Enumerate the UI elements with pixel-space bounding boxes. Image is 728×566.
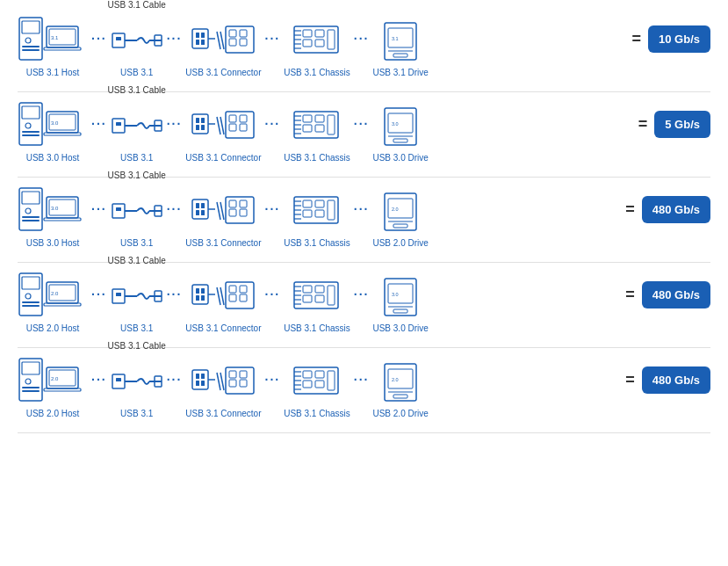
svg-rect-50	[44, 133, 81, 135]
row-2: 3.0 USB 3.0 Host ··· USB 3.1 Cable USB 3…	[18, 179, 710, 263]
chassis-icon-3	[292, 272, 341, 320]
svg-rect-152	[229, 286, 236, 293]
svg-rect-58	[196, 118, 199, 123]
dots-3-3: ···	[265, 287, 281, 317]
chassis-label-4: USB 3.1 Chassis	[284, 409, 350, 418]
speed-badge-3: 480 Gb/s	[642, 281, 710, 308]
svg-point-88	[25, 208, 31, 214]
svg-rect-86	[19, 188, 42, 230]
chassis-label-2: USB 3.1 Chassis	[284, 238, 350, 248]
chain-row-2: 3.0 USB 3.0 Host ··· USB 3.1 Cable USB 3…	[18, 179, 710, 251]
dots-4-4: ···	[354, 373, 370, 403]
component-chain-2: 3.0 USB 3.0 Host ··· USB 3.1 Cable USB 3…	[18, 186, 618, 248]
svg-text:3.0: 3.0	[51, 120, 59, 126]
usb-icon-2	[111, 186, 163, 235]
component-chain-1: 3.0 USB 3.0 Host ··· USB 3.1 Cable USB 3…	[18, 101, 631, 163]
usb-icon-1	[111, 101, 163, 149]
usb-component-0: USB 3.1 Cable USB 3.1	[111, 16, 163, 77]
svg-rect-68	[240, 115, 247, 122]
dots-1-0: ···	[91, 32, 107, 62]
dots-4-1: ···	[354, 117, 370, 147]
component-chain-3: 2.0 USB 2.0 Host ··· USB 3.1 Cable USB 3…	[18, 272, 618, 333]
dots-2-1: ···	[167, 117, 183, 147]
drive-label-3: USB 3.0 Drive	[372, 323, 428, 333]
dots-1-4: ···	[91, 373, 107, 403]
svg-line-64	[220, 117, 224, 134]
svg-rect-189	[201, 374, 205, 379]
host-icon-1: 3.0	[18, 101, 88, 149]
dots-1-2: ···	[91, 202, 107, 232]
svg-point-131	[25, 294, 31, 299]
host-label-1: USB 3.0 Host	[26, 153, 80, 163]
svg-rect-77	[303, 125, 312, 132]
row-3: 2.0 USB 2.0 Host ··· USB 3.1 Cable USB 3…	[18, 265, 710, 348]
svg-rect-195	[229, 371, 236, 378]
chassis-component-1: USB 3.1 Chassis	[284, 101, 350, 163]
svg-rect-37	[328, 30, 335, 49]
host-component-3: 2.0 USB 2.0 Host	[18, 272, 88, 333]
cable-label-0: USB 3.1 Cable	[108, 0, 166, 10]
svg-rect-10	[116, 37, 121, 40]
dots-3-4: ···	[265, 373, 281, 403]
drive-icon-4: 2.0	[381, 357, 421, 405]
cable-label-4: USB 3.1 Cable	[108, 341, 166, 351]
svg-text:3.0: 3.0	[392, 292, 399, 297]
connector-label-3: USB 3.1 Connector	[185, 323, 261, 333]
connector-icon-3	[191, 272, 256, 320]
svg-rect-4	[22, 49, 40, 51]
cable-label-1: USB 3.1 Cable	[108, 85, 166, 95]
svg-rect-18	[201, 40, 205, 45]
svg-line-107	[220, 202, 224, 220]
svg-rect-60	[201, 118, 205, 123]
svg-rect-147	[201, 295, 205, 301]
svg-rect-119	[303, 200, 312, 207]
svg-rect-44	[22, 106, 40, 119]
svg-rect-136	[44, 303, 81, 306]
dots-4-2: ···	[354, 202, 370, 232]
cable-label-3: USB 3.1 Cable	[108, 256, 166, 265]
host-component-2: 3.0 USB 3.0 Host	[18, 186, 88, 248]
svg-rect-100	[192, 200, 208, 219]
chassis-icon-4	[292, 357, 341, 405]
svg-rect-196	[229, 380, 236, 387]
svg-rect-173	[22, 362, 40, 374]
dots-3-1: ···	[265, 117, 281, 147]
cable-label-2: USB 3.1 Cable	[108, 171, 166, 180]
svg-rect-89	[22, 216, 40, 218]
drive-icon-1: 3.0	[381, 101, 421, 149]
svg-text:2.0: 2.0	[51, 291, 59, 296]
svg-rect-61	[201, 125, 205, 130]
host-component-1: 3.0 USB 3.0 Host	[18, 101, 88, 163]
svg-rect-186	[192, 370, 208, 389]
connector-icon-1	[191, 101, 256, 149]
svg-rect-47	[22, 134, 40, 136]
svg-rect-146	[201, 288, 205, 294]
svg-rect-14	[192, 29, 208, 48]
usb-component-2: USB 3.1 Cable USB 3.1	[111, 186, 163, 248]
svg-line-193	[220, 373, 224, 390]
svg-rect-80	[328, 115, 335, 134]
svg-point-2	[25, 38, 31, 43]
svg-rect-139	[116, 293, 121, 296]
connector-label-0: USB 3.1 Connector	[185, 68, 261, 77]
svg-rect-144	[196, 288, 199, 294]
host-label-3: USB 2.0 Host	[26, 323, 80, 333]
chassis-component-0: USB 3.1 Chassis	[284, 16, 350, 77]
usb-component-1: USB 3.1 Cable USB 3.1	[111, 101, 163, 163]
svg-rect-90	[22, 220, 40, 221]
svg-rect-209	[328, 371, 335, 390]
svg-rect-103	[201, 203, 205, 208]
host-icon-2: 3.0	[18, 186, 88, 235]
svg-rect-179	[44, 388, 81, 391]
svg-rect-35	[315, 30, 324, 37]
host-label-4: USB 2.0 Host	[26, 409, 80, 418]
dots-4-3: ···	[354, 287, 370, 317]
host-label-2: USB 3.0 Host	[26, 238, 80, 248]
component-chain-4: 2.0 USB 2.0 Host ··· USB 3.1 Cable USB 3…	[18, 357, 618, 418]
host-icon-3: 2.0	[18, 272, 88, 320]
drive-icon-0: 3.1	[381, 16, 421, 64]
svg-rect-43	[19, 103, 42, 145]
svg-rect-76	[303, 115, 312, 122]
equals-sign-0: =	[632, 30, 642, 64]
svg-rect-69	[240, 124, 247, 131]
